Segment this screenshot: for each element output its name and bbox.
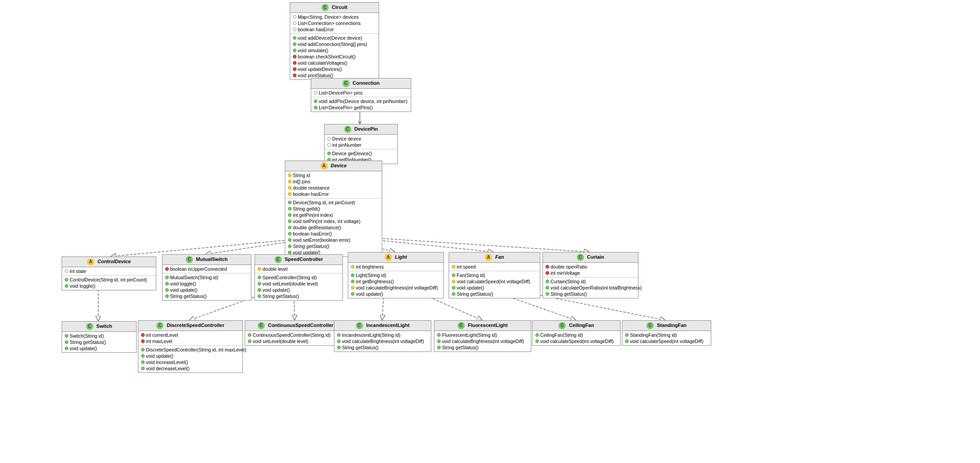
dsc-method-2: void update() (140, 353, 241, 359)
cd-method-2: void toggle() (64, 283, 154, 289)
class-light: A Light int brightness Light(String id) … (348, 252, 444, 298)
dev-field-3: double resistance (287, 185, 380, 191)
circuit-field-1: Map<String, Device> devices (292, 14, 377, 20)
cf-method-1: CeilingFan(String id) (534, 332, 618, 338)
conn-method-2: List<DevicePin> getPins() (313, 104, 409, 111)
sc-method-4: String getStatus() (257, 293, 341, 299)
switch-methods: Switch(String id) String getStatus() voi… (62, 332, 136, 352)
class-ceilingfan: C CeilingFan CeilingFan(String id) void … (532, 320, 621, 346)
class-mutualswitch: C MutualSwitch boolean isUpperConnected … (162, 254, 251, 301)
curtain-method-1: Curtain(String id) (545, 278, 636, 285)
dsc-name: DiscreteSpeedController (167, 322, 225, 328)
circuit-method-7: void printStatus() (292, 72, 377, 79)
curtain-fields: double openRatio int minVoltage (543, 263, 638, 277)
fan-field-1: int speed (451, 264, 538, 270)
sf-method-1: StandingFan(String id) (624, 332, 709, 338)
svg-line-3 (111, 238, 313, 256)
dp-field-2: int pinNumber (326, 142, 396, 148)
mutualswitch-fields: boolean isUpperConnected (163, 265, 251, 273)
class-circuit: C Circuit Map<String, Device> devices Li… (290, 2, 379, 80)
connection-name: Connection (353, 80, 380, 86)
il-method-2: void calculateBrightness(int voltageDiff… (336, 338, 429, 344)
svg-line-8 (371, 238, 589, 252)
class-dsc-header: C DiscreteSpeedController (138, 321, 242, 331)
dev-method-1: Device(String id, int pinCount) (287, 199, 380, 206)
dev-method-5: double getResistance() (287, 224, 380, 231)
mutualswitch-methods: MutualSwitch(String id) void toggle() vo… (163, 273, 251, 300)
class-connection-header: C Connection (311, 79, 411, 89)
class-circuit-header: C Circuit (290, 3, 379, 13)
dsc-methods: DiscreteSpeedController(String id, int m… (138, 346, 242, 372)
speedcontroller-methods: SpeedController(String id) void setLevel… (255, 273, 342, 300)
conn-field-1: List<DevicePin> pins (313, 90, 409, 96)
class-sf-header: C StandingFan (622, 321, 711, 331)
connection-stereotype: C (342, 80, 350, 87)
class-continuousspeedcontroller: C ContinuousSpeedController ContinuousSp… (245, 320, 346, 346)
curtain-method-2: void calculateOpenRatio(int totalBrightn… (545, 285, 636, 291)
dev-method-6: boolean hasError() (287, 231, 380, 237)
diagram-container: C Circuit Map<String, Device> devices Li… (0, 0, 980, 463)
fan-stereotype: A (485, 254, 492, 261)
sc-method-2: void setLevel(double level) (257, 281, 341, 287)
speedcontroller-stereotype: C (275, 256, 282, 263)
cf-name: CeilingFan (569, 322, 594, 328)
curtain-methods: Curtain(String id) void calculateOpenRat… (543, 277, 638, 298)
dsc-method-4: void decreaseLevel() (140, 365, 241, 372)
class-devicepin: C DevicePin Device device int pinNumber … (324, 124, 398, 164)
curtain-field-1: double openRatio (545, 264, 636, 270)
csc-method-2: void setLevel(double level) (247, 338, 344, 344)
class-il-header: C IncandescentLight (334, 321, 431, 331)
class-switch: C Switch Switch(String id) String getSta… (62, 321, 137, 353)
class-fl-header: C FluorescentLight (434, 321, 531, 331)
sw-method-2: String getStatus() (64, 339, 134, 345)
sw-method-1: Switch(String id) (64, 333, 134, 339)
fl-method-3: String getStatus() (436, 344, 529, 351)
dev-method-7: void setError(boolean error) (287, 237, 380, 243)
dev-method-8: String getStatus() (287, 243, 380, 249)
dp-field-1: Device device (326, 136, 396, 142)
fan-method-3: void update() (451, 285, 538, 291)
sc-field-1: double level (257, 266, 341, 272)
dev-field-2: int[] pins (287, 178, 380, 185)
switch-name: Switch (96, 323, 112, 329)
light-field-1: int brightness (350, 264, 442, 270)
ms-method-3: void update() (164, 287, 249, 293)
fl-stereotype: C (458, 322, 465, 329)
device-name: Device (331, 163, 346, 168)
dev-field-1: String id (287, 172, 380, 178)
connection-fields: List<DevicePin> pins (311, 89, 411, 97)
cf-method-2: void calculateSpeed(int voltageDiff) (534, 338, 618, 344)
il-method-1: IncandescentLight(String id) (336, 332, 429, 338)
sw-method-3: void update() (64, 345, 134, 351)
light-method-3: void calculateBrightness(int voltageDiff… (350, 285, 442, 291)
dev-method-2: String getId() (287, 206, 380, 212)
ms-method-1: MutualSwitch(String id) (164, 274, 249, 281)
curtain-name: Curtain (587, 254, 605, 260)
class-fluorescentlight: C FluorescentLight FluorescentLight(Stri… (434, 320, 531, 352)
circuit-field-2: List<Connection> connections (292, 20, 377, 26)
class-cf-header: C CeilingFan (533, 321, 620, 331)
fan-fields: int speed (449, 263, 540, 271)
conn-method-1: void addPin(Device device, int pinNumber… (313, 98, 409, 104)
circuit-methods: void addDevice(Device device) void addCo… (290, 34, 379, 79)
curtain-field-2: int minVoltage (545, 270, 636, 276)
class-csc-header: C ContinuousSpeedController (245, 321, 346, 331)
switch-stereotype: C (86, 323, 93, 330)
ms-field-1: boolean isUpperConnected (164, 266, 249, 272)
fan-methods: Fan(String id) void calculateSpeed(int v… (449, 271, 540, 298)
devicepin-fields: Device device int pinNumber (325, 135, 397, 149)
class-curtain-header: C Curtain (543, 252, 638, 263)
class-controldevice: A ControlDevice int state ControlDevice(… (62, 256, 156, 290)
circuit-name: Circuit (332, 4, 347, 10)
ms-method-4: String getStatus() (164, 293, 249, 299)
dev-method-4: void setPin(int index, int voltage) (287, 218, 380, 224)
csc-stereotype: C (258, 322, 265, 329)
controldevice-fields: int state (62, 267, 156, 276)
il-stereotype: C (356, 322, 363, 329)
devicepin-stereotype: C (344, 126, 351, 133)
light-fields: int brightness (348, 263, 443, 271)
light-stereotype: A (385, 254, 392, 261)
curtain-stereotype: C (577, 254, 584, 261)
csc-methods: ContinuousSpeedController(String id) voi… (245, 331, 346, 345)
sf-stereotype: C (646, 322, 654, 329)
